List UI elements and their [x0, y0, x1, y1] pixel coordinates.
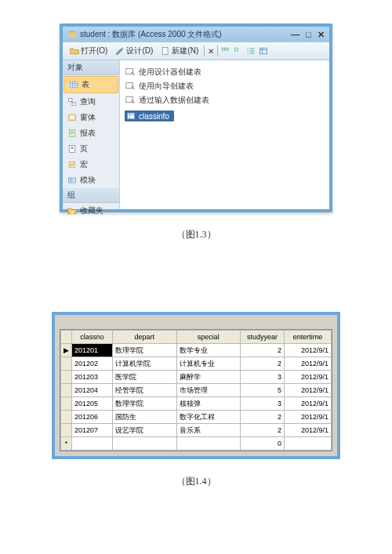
access-db-window: student : 数据库 (Access 2000 文件格式) — □ ✕ 打…: [60, 24, 332, 212]
open-icon: [70, 46, 79, 56]
module-icon: [67, 176, 77, 185]
svg-rect-10: [70, 116, 74, 118]
svg-rect-20: [128, 113, 135, 119]
data-grid[interactable]: classno depart special studyyear enterti…: [60, 330, 332, 451]
sidebar-item-module[interactable]: 模块: [63, 172, 119, 188]
col-special[interactable]: special: [176, 331, 241, 344]
sidebar-item-report[interactable]: 报表: [63, 125, 119, 141]
open-button[interactable]: 打开(O): [67, 45, 110, 57]
svg-point-14: [71, 147, 74, 149]
svg-rect-12: [69, 130, 75, 137]
svg-rect-2: [223, 48, 225, 50]
table-row[interactable]: 201207设艺学院音乐系22012/9/1: [61, 424, 332, 437]
new-button[interactable]: 新建(N): [158, 45, 201, 57]
svg-rect-5: [260, 48, 267, 54]
sidebar-item-favorites[interactable]: 收藏夹: [63, 203, 119, 219]
view-large-icon[interactable]: [234, 46, 243, 56]
svg-rect-6: [71, 81, 78, 88]
close-button[interactable]: ✕: [318, 30, 325, 40]
favorites-icon: [67, 206, 77, 215]
table-icon: [69, 80, 78, 89]
wizard-icon: [125, 81, 136, 92]
view-list-icon[interactable]: [246, 46, 256, 56]
datasheet-window: classno depart special studyyear enterti…: [52, 312, 340, 459]
create-designer[interactable]: 使用设计器创建表: [125, 65, 325, 79]
view-small-icon[interactable]: [221, 46, 230, 56]
svg-rect-3: [226, 48, 228, 50]
sidebar-header-objects: 对象: [63, 60, 119, 75]
report-icon: [67, 129, 77, 138]
header-row: classno depart special studyyear enterti…: [61, 331, 332, 344]
figure-caption-1: （图1.3）: [0, 228, 392, 241]
window-buttons: — □ ✕: [291, 30, 325, 40]
maximize-button[interactable]: □: [306, 30, 311, 40]
delete-button[interactable]: ✕: [208, 47, 214, 56]
query-icon: [67, 97, 77, 107]
sidebar-item-form[interactable]: 窗体: [63, 110, 119, 125]
object-sidebar: 对象 表 查询 窗体 报表 页 宏 模块 组 收藏夹: [63, 60, 120, 209]
table-row[interactable]: ▶201201数理学院数学专业22012/9/1: [61, 344, 332, 357]
col-entertime[interactable]: entertime: [285, 331, 332, 344]
table-row[interactable]: 201203医学院麻醉学32012/9/1: [61, 371, 332, 384]
db-icon: [67, 30, 77, 39]
svg-rect-4: [235, 48, 238, 51]
figure-caption-2: （图1.4）: [0, 475, 392, 488]
window-title: student : 数据库 (Access 2000 文件格式): [80, 29, 291, 40]
col-classno[interactable]: classno: [72, 331, 113, 344]
table-row[interactable]: 201202计算机学院计算机专业22012/9/1: [61, 357, 332, 371]
form-icon: [67, 113, 77, 122]
col-depart[interactable]: depart: [113, 331, 177, 344]
table-row[interactable]: 201206国防生数字化工程22012/9/1: [61, 411, 332, 424]
table-object-classinfo[interactable]: classinfo: [125, 110, 174, 121]
new-row[interactable]: *0: [61, 437, 332, 451]
page-icon: [67, 144, 77, 154]
wizard-icon: [125, 67, 136, 78]
svg-rect-7: [69, 99, 73, 102]
sidebar-item-query[interactable]: 查询: [63, 94, 119, 110]
main-pane: 使用设计器创建表 使用向导创建表 通过输入数据创建表 classinfo: [120, 60, 329, 209]
titlebar: student : 数据库 (Access 2000 文件格式) — □ ✕: [63, 27, 329, 42]
sidebar-header-groups: 组: [63, 188, 119, 203]
sidebar-item-macro[interactable]: 宏: [63, 157, 119, 172]
table-row[interactable]: 201204经管学院市场管理52012/9/1: [61, 384, 332, 397]
macro-icon: [67, 160, 77, 169]
design-icon: [115, 46, 125, 56]
view-details-icon[interactable]: [259, 46, 268, 56]
wizard-icon: [125, 95, 136, 106]
minimize-button[interactable]: —: [291, 30, 299, 40]
toolbar: 打开(O) 设计(D) 新建(N) ✕: [63, 42, 329, 60]
sidebar-item-table[interactable]: 表: [64, 76, 118, 93]
col-studyyear[interactable]: studyyear: [241, 331, 285, 344]
sidebar-item-page[interactable]: 页: [63, 141, 119, 157]
table-row[interactable]: 201205数理学院核核弹32012/9/1: [61, 397, 332, 411]
table-icon: [126, 111, 136, 121]
new-icon: [161, 46, 170, 56]
create-input[interactable]: 通过输入数据创建表: [125, 93, 325, 107]
design-button[interactable]: 设计(D): [113, 45, 155, 57]
svg-rect-11: [70, 118, 74, 119]
create-wizard[interactable]: 使用向导创建表: [125, 79, 325, 93]
